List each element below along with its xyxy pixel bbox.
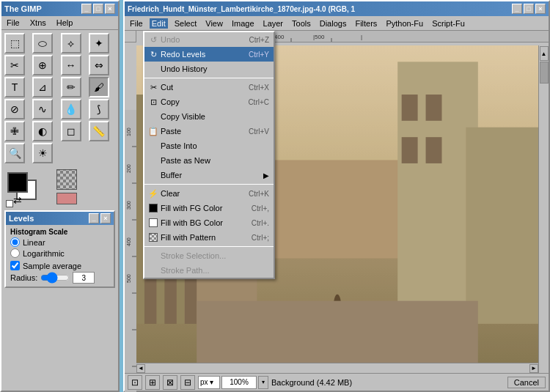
colorpick-tool[interactable]: ☀ [32,143,53,163]
menu-item-clear[interactable]: ⚡ Clear Ctrl+K [144,186,274,201]
nav-btn-4[interactable]: ⊟ [180,375,195,390]
img-menu-pythonfu[interactable]: Python-Fu [384,18,425,29]
img-menu-image[interactable]: Image [230,18,257,29]
menu-item-buffer[interactable]: Buffer ▶ [144,168,274,182]
image-maximize[interactable]: □ [524,4,534,14]
menu-file[interactable]: File [4,18,22,28]
scrollbar-thumb[interactable] [540,62,549,84]
measure-tool[interactable]: 📏 [89,121,109,141]
copy-icon: ⊡ [147,97,159,107]
swap-colors[interactable]: ⇄ [13,194,22,206]
airbrush-tool[interactable]: ∿ [32,99,53,119]
radius-slider[interactable] [40,273,70,283]
rect-select-tool[interactable]: ⬚ [4,33,25,53]
menu-item-paste-new[interactable]: Paste as New [144,153,274,168]
toolbox-window-controls: _ □ × [81,4,115,14]
close-button[interactable]: × [105,4,115,14]
image-minimize[interactable]: _ [512,4,522,14]
image-menubar: File Edit Select View Image Layer Tools … [125,16,549,31]
log-radio[interactable] [10,248,20,258]
menu-item-undo-history[interactable]: Undo History [144,62,274,76]
brush-tool[interactable]: 🖌 [89,77,109,97]
sample-average-checkbox[interactable] [10,261,20,270]
cancel-button[interactable]: Cancel [507,377,546,388]
redo-icon: ↻ [147,50,159,59]
zoom-dropdown[interactable]: ▾ [258,376,268,389]
scroll-right-arrow[interactable]: ► [529,364,538,373]
fg-color-swatch[interactable] [7,172,28,193]
menu-item-stroke-sel[interactable]: Stroke Selection... [144,248,274,263]
pencil-tool[interactable]: ✏ [61,77,81,97]
img-menu-layer[interactable]: Layer [261,18,286,29]
linear-radio[interactable] [10,237,20,247]
clear-icon: ⚡ [147,189,159,199]
menu-item-undo[interactable]: ↺ Undo Ctrl+Z [144,32,274,47]
scrollbar-up-arrow[interactable]: ▲ [540,46,549,61]
img-menu-dialogs[interactable]: Dialogs [318,18,349,29]
scissors-tool[interactable]: ✂ [4,55,25,75]
unit-select[interactable]: px ▾ [198,376,220,389]
warp-tool[interactable]: ⊿ [32,77,53,97]
fuzzy-select-tool[interactable]: ✦ [89,33,109,53]
img-menu-filters[interactable]: Filters [353,18,379,29]
image-close[interactable]: × [535,4,546,14]
undo-shortcut: Ctrl+Z [249,36,270,44]
smudge-tool[interactable]: ◻ [61,121,81,141]
img-menu-edit[interactable]: Edit [150,18,168,29]
scroll-left-arrow[interactable]: ◄ [136,364,145,373]
reset-colors[interactable] [6,200,13,207]
heal-tool[interactable]: ✙ [4,121,25,141]
color-area: ⇄ [1,166,118,207]
crop-tool[interactable]: ⊕ [32,55,53,75]
menu-help[interactable]: Help [54,18,76,28]
scale-radio-group: Linear Logarithmic [10,237,109,258]
levels-minimize[interactable]: _ [89,213,99,223]
menu-item-redo[interactable]: ↻ Redo Levels Ctrl+Y [144,47,274,62]
menu-item-copy-visible[interactable]: Copy Visible [144,109,274,124]
quickmask-btn[interactable] [56,193,77,204]
nav-btn-1[interactable]: ⊡ [128,375,142,390]
svg-text:100: 100 [126,127,131,136]
menu-item-paste-into[interactable]: Paste Into [144,138,274,153]
histogram-scale-label: Histogram Scale [10,228,109,236]
zoom-value[interactable]: 100% [221,376,257,389]
img-menu-file[interactable]: File [128,18,145,29]
menu-item-fill-fg[interactable]: Fill with FG Color Ctrl+, [144,201,274,215]
cut-label: Cut [161,83,241,92]
fill-tool[interactable]: 💧 [61,99,81,119]
pattern-swatch[interactable] [56,169,77,190]
clone-tool[interactable]: ⟆ [89,99,109,119]
scrollbar-horizontal[interactable]: ◄ ► [136,363,538,373]
nav-btn-3[interactable]: ⊠ [163,375,177,390]
minimize-button[interactable]: _ [81,4,92,14]
log-radio-label[interactable]: Logarithmic [10,248,109,258]
pattern-indicator [149,233,158,242]
flip-tool[interactable]: ⇔ [89,55,109,75]
eraser-tool[interactable]: ⊘ [4,99,25,119]
dodge-tool[interactable]: ◐ [32,121,53,141]
separator-1 [144,78,274,78]
menu-item-copy[interactable]: ⊡ Copy Ctrl+C [144,95,274,109]
zoom-tool[interactable]: 🔍 [4,143,25,163]
menu-item-cut[interactable]: ✂ Cut Ctrl+X [144,80,274,95]
linear-radio-label[interactable]: Linear [10,237,109,247]
img-menu-view[interactable]: View [203,18,225,29]
toolbox-menubar: File Xtns Help [1,16,118,30]
transform-tool[interactable]: ↔ [61,55,81,75]
separator-3 [144,246,274,247]
img-menu-scriptfu[interactable]: Script-Fu [430,18,467,29]
scrollbar-vertical[interactable]: ▲ [538,45,549,373]
menu-item-stroke-path[interactable]: Stroke Path... [144,263,274,278]
text-tool[interactable]: T [4,77,25,97]
nav-btn-2[interactable]: ⊞ [145,375,160,390]
menu-xtns[interactable]: Xtns [28,18,48,28]
img-menu-select[interactable]: Select [172,18,199,29]
menu-item-fill-bg[interactable]: Fill with BG Color Ctrl+. [144,215,274,230]
free-select-tool[interactable]: ⟡ [61,33,81,53]
ellipse-select-tool[interactable]: ⬭ [32,33,53,53]
maximize-button[interactable]: □ [93,4,103,14]
menu-item-paste[interactable]: 📋 Paste Ctrl+V [144,124,274,138]
levels-close[interactable]: × [100,213,111,223]
img-menu-tools[interactable]: Tools [290,18,313,29]
menu-item-fill-pattern[interactable]: Fill with Pattern Ctrl+; [144,230,274,245]
